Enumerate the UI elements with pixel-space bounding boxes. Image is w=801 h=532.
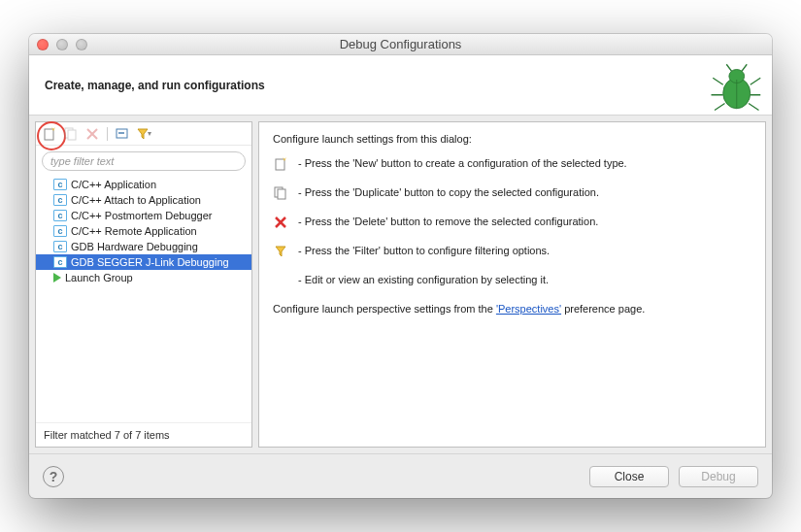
right-panel: Configure launch settings from this dial… [258,121,766,448]
toolbar-separator [107,127,108,141]
config-tree[interactable]: c C/C++ Application c C/C++ Attach to Ap… [36,175,251,422]
zoom-window-button[interactable] [76,39,87,50]
instructions-intro: Configure launch settings from this dial… [273,132,751,147]
help-button[interactable]: ? [43,466,64,487]
filter-status: Filter matched 7 of 7 items [36,422,251,447]
tree-item[interactable]: c C/C++ Attach to Application [36,192,251,208]
instruction-row: - Press the 'Duplicate' button to copy t… [273,185,751,201]
bug-icon [708,59,762,114]
instruction-text: - Press the 'Delete' button to remove th… [298,215,598,229]
window-title: Debug Configurations [29,37,772,51]
c-config-icon: c [53,225,67,237]
left-panel: ▾ type filter text c C/C++ Application c… [35,121,252,448]
tree-item-label: C/C++ Postmortem Debugger [71,210,213,221]
tree-item[interactable]: c C/C++ Postmortem Debugger [36,208,251,223]
delete-icon [86,128,98,140]
instruction-text: - Press the 'Duplicate' button to copy t… [298,185,599,200]
instruction-row: - Press the 'New' button to create a con… [273,156,751,172]
collapse-icon [116,127,129,141]
c-config-icon: c [53,194,67,206]
close-window-button[interactable] [37,39,49,50]
duplicate-config-button[interactable] [61,124,81,144]
filter-icon [273,244,288,259]
duplicate-icon [273,185,288,201]
titlebar: Debug Configurations [29,34,772,55]
tree-item-label: GDB Hardware Debugging [71,241,198,252]
tree-item-label: C/C++ Attach to Application [71,194,201,206]
collapse-all-button[interactable] [113,124,132,144]
instructions-footer: Configure launch perspective settings fr… [273,302,751,316]
tree-item-selected[interactable]: c GDB SEGGER J-Link Debugging [36,254,251,270]
dialog-header: Create, manage, and run configurations [29,55,772,116]
config-toolbar: ▾ [36,122,251,146]
tree-item-label: C/C++ Remote Application [71,225,197,237]
filter-input[interactable]: type filter text [42,151,246,171]
footer-post: preference page. [561,303,645,315]
svg-rect-5 [68,130,76,140]
instruction-text: - Press the 'New' button to create a con… [298,156,627,171]
filter-placeholder: type filter text [50,155,114,167]
perspectives-link[interactable]: 'Perspectives' [496,303,561,315]
c-config-icon: c [53,256,67,268]
new-config-button[interactable] [40,124,59,144]
svg-rect-3 [45,129,53,140]
debug-button[interactable]: Debug [679,466,758,487]
window-controls [37,39,87,50]
tree-item[interactable]: c C/C++ Application [36,177,251,192]
dialog-header-title: Create, manage, and run configurations [45,79,265,92]
blank-icon [273,273,288,288]
main-area: ▾ type filter text c C/C++ Application c… [29,116,772,453]
instruction-row: - Press the 'Filter' button to configure… [273,244,751,259]
c-config-icon: c [53,241,67,252]
c-config-icon: c [53,210,67,221]
delete-icon [273,215,288,230]
filter-button[interactable]: ▾ [134,124,153,144]
c-config-icon: c [53,179,67,190]
delete-config-button[interactable] [83,124,102,144]
dropdown-arrow-icon: ▾ [148,129,151,138]
tree-item[interactable]: Launch Group [36,270,251,285]
tree-item-label: Launch Group [65,272,133,283]
dialog-footer: ? Close Debug [29,453,772,498]
footer-pre: Configure launch perspective settings fr… [273,303,496,315]
new-icon [43,127,56,141]
instruction-text: - Press the 'Filter' button to configure… [298,244,550,258]
minimize-window-button[interactable] [56,39,68,50]
tree-item-label: GDB SEGGER J-Link Debugging [71,256,229,268]
close-button[interactable]: Close [589,466,669,487]
tree-item-label: C/C++ Application [71,179,156,190]
tree-item[interactable]: c C/C++ Remote Application [36,223,251,239]
tree-item[interactable]: c GDB Hardware Debugging [36,239,251,254]
new-icon [273,156,288,172]
instruction-row: - Edit or view an existing configuration… [273,273,751,288]
launch-group-icon [53,273,61,283]
duplicate-icon [64,127,78,141]
svg-rect-12 [278,189,285,199]
instruction-row: - Press the 'Delete' button to remove th… [273,215,751,230]
svg-rect-10 [276,159,284,170]
dialog-window: Debug Configurations Create, manage, and… [29,34,772,498]
instruction-text: - Edit or view an existing configuration… [298,273,549,287]
